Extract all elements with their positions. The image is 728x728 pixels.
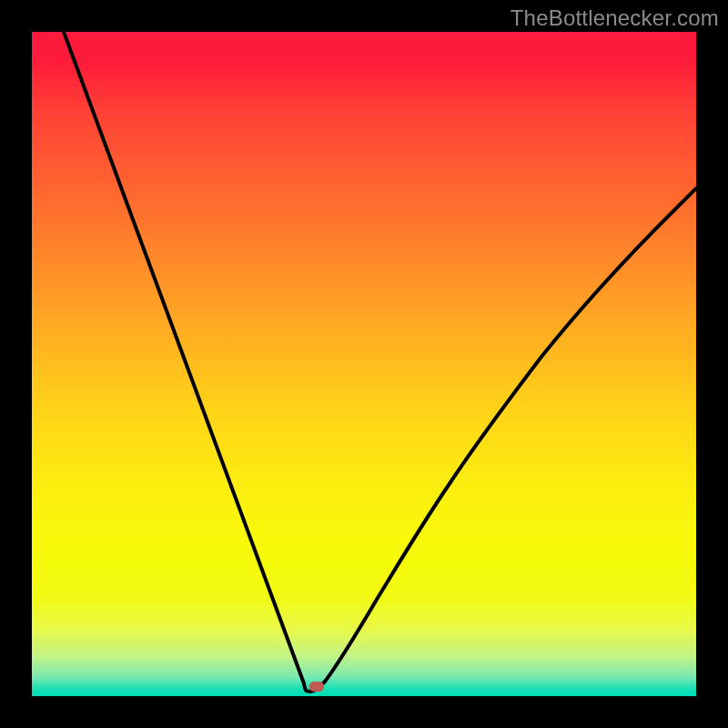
optimal-point-marker [309, 682, 324, 692]
watermark-text: TheBottlenecker.com [511, 5, 719, 31]
plot-area [32, 32, 696, 696]
chart-frame: TheBottlenecker.com [0, 0, 728, 728]
bottleneck-curve [64, 32, 696, 692]
curve-svg [32, 32, 696, 696]
